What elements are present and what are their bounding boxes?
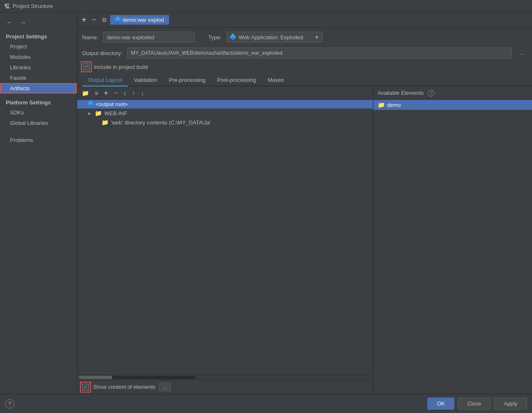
expander-web-inf[interactable]: ▶ (87, 111, 92, 116)
tree-row-label: <output root> (96, 101, 128, 107)
sidebar-item-problems[interactable]: Problems (0, 135, 77, 145)
name-type-row: Name: Type: Web Application: Exploded ▼ (77, 28, 532, 47)
tree-row-output-root[interactable]: <output root> (77, 100, 373, 109)
sidebar-item-modules[interactable]: Modules (0, 52, 77, 62)
show-content-row: Show content of elements ... (77, 380, 373, 394)
web-dir-icon: 📁 (101, 119, 108, 126)
window-title: Project Structure (13, 3, 53, 9)
sidebar-item-sdks[interactable]: SDKs (0, 107, 77, 118)
content-area: + − ⧉ demo:war explod Name: Type: Web Ap… (77, 13, 532, 394)
remove-artifact-button[interactable]: − (90, 14, 99, 25)
tab-output-layout[interactable]: Output Layout (82, 74, 128, 86)
artifact-tab-icon (114, 16, 121, 23)
tree-panel: 📁 ≡ + − ↕ ↑ ↓ <output root> (77, 86, 373, 394)
tabs-row: Output Layout Validation Pre-processing … (77, 74, 532, 86)
help-button[interactable]: ? (5, 399, 14, 408)
copy-artifact-button[interactable]: ⧉ (100, 15, 108, 25)
artifact-tab[interactable]: demo:war explod (110, 15, 169, 25)
include-build-label: Include in project build (94, 64, 148, 70)
bottom-right: OK Close Apply (427, 398, 527, 410)
tree-toolbar: 📁 ≡ + − ↕ ↑ ↓ (77, 86, 373, 100)
output-root-icon (87, 101, 94, 108)
tree-content: <output root> ▶ 📁 WEB-INF 📁 'web' direct… (77, 100, 373, 375)
sidebar-item-label: Facets (10, 75, 26, 81)
tab-validation[interactable]: Validation (128, 74, 163, 86)
tree-row-web-dir[interactable]: 📁 'web' directory contents (C:\MY_DATA\J… (77, 118, 373, 127)
nav-forward-button[interactable]: → (18, 18, 28, 28)
name-label: Name: (82, 34, 98, 41)
title-bar: 🏗 Project Structure (0, 0, 532, 13)
output-dir-label: Output directory: (82, 50, 122, 56)
nav-back-button[interactable]: ← (4, 18, 15, 28)
output-dir-value: MY_DATA\Java\JAVA_WEB\demo\out\artifacts… (127, 48, 512, 58)
show-content-checkbox[interactable] (82, 384, 89, 390)
scrollbar-track[interactable] (79, 376, 196, 379)
sidebar-item-libraries[interactable]: Libraries (0, 62, 77, 73)
tree-list-button[interactable]: ≡ (93, 89, 100, 98)
close-button[interactable]: Close (458, 398, 491, 410)
tree-folder-button[interactable]: 📁 (80, 89, 91, 98)
sidebar: ← → Project Settings Project Modules Lib… (0, 13, 77, 394)
type-label: Type: (208, 34, 222, 41)
type-value: Web Application: Exploded (239, 34, 303, 41)
sidebar-item-label: Problems (10, 137, 33, 143)
artifact-tab-label: demo:war explod (123, 17, 164, 23)
app-icon: 🏗 (4, 3, 10, 10)
show-content-ellipsis-button[interactable]: ... (159, 383, 171, 391)
tree-remove-button[interactable]: − (112, 88, 120, 98)
sidebar-item-label: Modules (10, 54, 30, 60)
tree-move-down-button[interactable]: ↓ (139, 89, 146, 98)
tree-move-up-button[interactable]: ↑ (130, 89, 137, 98)
tree-scrollbar[interactable] (77, 375, 373, 380)
show-content-label: Show content of elements (93, 384, 156, 390)
sidebar-item-label: Project (10, 43, 27, 50)
tab-maven[interactable]: Maven (262, 74, 290, 86)
available-row-label: demo (387, 102, 401, 108)
tree-add-button[interactable]: + (102, 88, 110, 98)
project-settings-header: Project Settings (0, 31, 77, 41)
sidebar-item-label: Artifacts (10, 85, 30, 91)
web-inf-icon: 📁 (95, 110, 102, 117)
main-container: ← → Project Settings Project Modules Lib… (0, 13, 532, 394)
output-dir-row: Output directory: MY_DATA\Java\JAVA_WEB\… (77, 47, 532, 61)
tree-sort-button[interactable]: ↕ (121, 89, 129, 98)
name-input[interactable] (103, 32, 195, 43)
include-build-row: Include in project build (77, 61, 532, 74)
type-dropdown[interactable]: Web Application: Exploded ▼ (227, 32, 323, 43)
sidebar-item-label: Global Libraries (10, 120, 48, 126)
demo-folder-icon: 📁 (378, 101, 385, 108)
available-elements-header: Available Elements ? (373, 86, 532, 100)
tab-post-processing[interactable]: Post-processing (211, 74, 262, 86)
sidebar-item-project[interactable]: Project (0, 41, 77, 52)
right-panel: Available Elements ? 📁 demo (373, 86, 532, 394)
tree-row-label: 'web' directory contents (C:\MY_DATA\Ja' (111, 119, 211, 126)
help-circle-icon: ? (428, 90, 434, 96)
tree-row-label: WEB-INF (104, 110, 127, 117)
sidebar-item-artifacts[interactable]: Artifacts (0, 83, 77, 94)
show-content-checkbox-wrapper (81, 383, 90, 391)
apply-button[interactable]: Apply (494, 398, 527, 410)
include-build-checkbox[interactable] (83, 63, 90, 70)
scrollbar-thumb[interactable] (79, 376, 112, 379)
sidebar-item-facets[interactable]: Facets (0, 73, 77, 83)
include-build-checkbox-wrapper (82, 63, 91, 71)
sidebar-item-global-libraries[interactable]: Global Libraries (0, 118, 77, 128)
artifact-toolbar: + − ⧉ demo:war explod (77, 13, 532, 28)
type-icon (229, 34, 237, 41)
sidebar-item-label: Libraries (10, 64, 31, 71)
add-artifact-button[interactable]: + (80, 14, 88, 25)
platform-settings-header: Platform Settings (0, 97, 77, 107)
available-row-demo[interactable]: 📁 demo (373, 100, 532, 110)
available-elements-label: Available Elements (378, 90, 424, 96)
tab-pre-processing[interactable]: Pre-processing (163, 74, 211, 86)
ok-button[interactable]: OK (427, 398, 454, 410)
bottom-left: ? (5, 399, 14, 408)
split-panel: 📁 ≡ + − ↕ ↑ ↓ <output root> (77, 86, 532, 394)
type-dropdown-arrow: ▼ (315, 35, 319, 40)
available-content: 📁 demo (373, 100, 532, 394)
bottom-bar: ? OK Close Apply (0, 394, 532, 413)
output-dir-browse-button[interactable]: … (517, 49, 527, 57)
tree-row-web-inf[interactable]: ▶ 📁 WEB-INF (77, 109, 373, 118)
sidebar-item-label: SDKs (10, 109, 24, 116)
